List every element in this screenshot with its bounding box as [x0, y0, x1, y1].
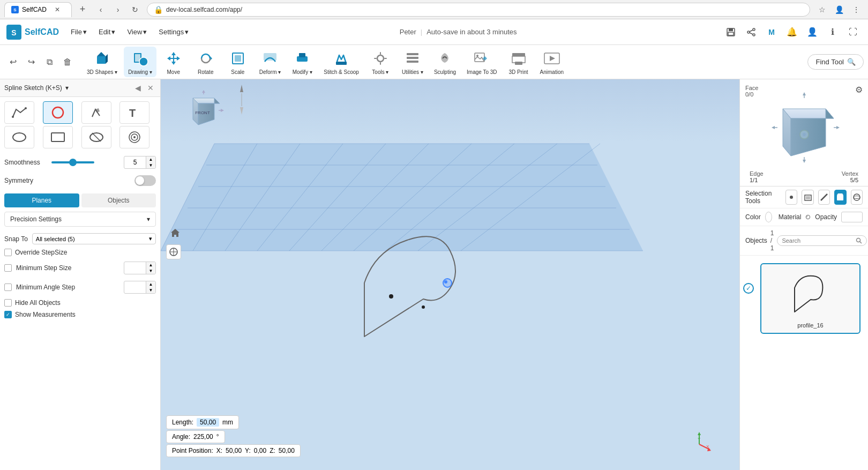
- tool-stitch-scoop[interactable]: Stitch & Scoop: [319, 47, 363, 77]
- min-step-up-button[interactable]: ▲: [146, 262, 155, 268]
- svg-point-7: [747, 31, 750, 33]
- length-value: 50,00: [197, 418, 219, 427]
- compass-svg: [234, 84, 250, 116]
- bell-button[interactable]: 🔔: [783, 24, 800, 41]
- color-swatch[interactable]: [765, 212, 772, 222]
- profile-button[interactable]: 👤: [832, 2, 847, 17]
- tool-modify[interactable]: Modify ▾: [287, 47, 317, 77]
- sel-solid-button[interactable]: [834, 190, 846, 205]
- svg-rect-4: [728, 32, 734, 35]
- scale-icon: [228, 49, 248, 68]
- face-value: 0/0: [745, 91, 758, 98]
- user-profile-button[interactable]: 👤: [804, 24, 821, 41]
- sel-vertex-button[interactable]: [785, 190, 797, 205]
- tool-drawing[interactable]: Drawing ▾: [124, 47, 156, 77]
- sel-face-button[interactable]: [802, 190, 813, 205]
- menu-settings[interactable]: Settings ▾: [153, 26, 194, 38]
- show-measurements-checkbox[interactable]: ✓: [4, 311, 12, 318]
- min-angle-up-button[interactable]: ▲: [146, 281, 155, 287]
- svg-point-115: [857, 238, 860, 242]
- min-step-checkbox[interactable]: [4, 264, 12, 272]
- help-button[interactable]: ℹ: [824, 24, 841, 41]
- fullscreen-button[interactable]: ⛶: [844, 24, 862, 41]
- svg-text:S: S: [11, 28, 16, 37]
- tool-sculpting[interactable]: Sculpting: [430, 47, 460, 77]
- hide-objects-checkbox[interactable]: [4, 299, 12, 307]
- opacity-input[interactable]: 100: [841, 212, 863, 222]
- svg-point-48: [133, 136, 136, 138]
- tool-3d-shapes[interactable]: 3D Shapes ▾: [83, 47, 122, 77]
- tool-3d-print[interactable]: 3D Print: [504, 47, 534, 77]
- smoothness-input[interactable]: 5: [124, 158, 146, 167]
- menu-edit[interactable]: Edit ▾: [93, 26, 121, 38]
- menu-view[interactable]: View ▾: [122, 26, 152, 38]
- panel-close-button[interactable]: ✕: [145, 83, 156, 93]
- share-button[interactable]: [743, 24, 760, 41]
- min-step-input[interactable]: 10: [124, 263, 146, 273]
- min-angle-down-button[interactable]: ▼: [146, 287, 155, 293]
- sketch-tool-circle[interactable]: [43, 101, 73, 124]
- tool-animation[interactable]: Animation: [536, 47, 568, 77]
- min-step-down-button[interactable]: ▼: [146, 268, 155, 274]
- precision-settings-dropdown[interactable]: Precision Settings ▾: [4, 212, 156, 227]
- save-button[interactable]: [722, 24, 739, 41]
- new-tab-button[interactable]: +: [76, 3, 89, 16]
- reload-button[interactable]: ↻: [128, 2, 143, 17]
- menu-file[interactable]: File ▾: [65, 26, 92, 38]
- nav-cube[interactable]: FRONT: [182, 90, 225, 138]
- undo-button[interactable]: ↩: [4, 54, 21, 71]
- symmetry-toggle-knob: [136, 176, 144, 185]
- sketch-tool-pen[interactable]: [81, 101, 111, 124]
- smoothness-down-button[interactable]: ▼: [146, 162, 155, 168]
- sketch-tool-target[interactable]: [119, 126, 149, 148]
- objects-search-input[interactable]: [782, 237, 856, 244]
- sketch-tool-polyline[interactable]: [4, 101, 34, 124]
- tool-utilities[interactable]: Utilities ▾: [398, 47, 428, 77]
- tool-deform[interactable]: Deform ▾: [255, 47, 286, 77]
- sel-edge-button[interactable]: [818, 190, 830, 205]
- tab-close-button[interactable]: ✕: [50, 2, 65, 17]
- object-thumbnail[interactable]: profile_16: [760, 263, 860, 334]
- sel-sphere-icon: [852, 193, 861, 202]
- sketch-tool-oval[interactable]: [4, 126, 34, 148]
- forward-button[interactable]: ›: [110, 2, 125, 17]
- bookmark-button[interactable]: ☆: [814, 2, 829, 17]
- material-icon[interactable]: [805, 213, 811, 221]
- url-text: dev-local.selfcad.com/app/: [166, 6, 242, 13]
- address-bar[interactable]: 🔒 dev-local.selfcad.com/app/: [147, 3, 810, 17]
- browser-tab[interactable]: S SelfCAD ✕: [4, 2, 72, 17]
- smoothness-slider[interactable]: [51, 161, 94, 163]
- smoothness-up-button[interactable]: ▲: [146, 156, 155, 162]
- right-panel: Face 0/0 ⚙: [739, 79, 868, 470]
- view-settings-button[interactable]: ⚙: [855, 85, 863, 95]
- tool-image-to-3d[interactable]: Image To 3D: [462, 47, 502, 77]
- canvas-area[interactable]: FRONT Leng: [161, 79, 739, 470]
- tool-rotate[interactable]: Rotate: [191, 47, 221, 77]
- back-button[interactable]: ‹: [93, 2, 108, 17]
- planes-tab[interactable]: Planes: [4, 193, 79, 207]
- home-button[interactable]: [169, 227, 181, 242]
- min-angle-checkbox[interactable]: [4, 284, 12, 291]
- orient-button[interactable]: [166, 244, 181, 259]
- extensions-button[interactable]: ⋮: [849, 2, 864, 17]
- svg-rect-19: [264, 53, 276, 61]
- redo-button[interactable]: ↪: [23, 54, 40, 71]
- sketch-tool-rect[interactable]: [43, 126, 73, 148]
- sketch-tool-stadium[interactable]: [81, 126, 111, 148]
- sel-sphere-button[interactable]: [851, 190, 863, 205]
- m-button[interactable]: M: [763, 24, 780, 41]
- sketch-tool-text[interactable]: T: [119, 101, 149, 124]
- copy-button[interactable]: ⧉: [41, 54, 58, 71]
- panel-collapse-button[interactable]: ◀: [132, 83, 143, 93]
- tool-move[interactable]: Move: [159, 47, 189, 77]
- tool-tools[interactable]: Tools ▾: [365, 47, 395, 77]
- tool-scale[interactable]: Scale: [223, 47, 253, 77]
- objects-tab[interactable]: Objects: [81, 193, 156, 207]
- min-angle-input[interactable]: 15: [124, 282, 146, 292]
- find-tool-button[interactable]: Find Tool 🔍: [807, 54, 864, 70]
- delete-button[interactable]: 🗑: [59, 54, 76, 71]
- svg-line-8: [750, 30, 753, 32]
- override-step-checkbox[interactable]: [4, 249, 12, 256]
- symmetry-toggle[interactable]: [134, 175, 156, 186]
- snap-to-select[interactable]: All selected (5) ▾: [32, 233, 156, 244]
